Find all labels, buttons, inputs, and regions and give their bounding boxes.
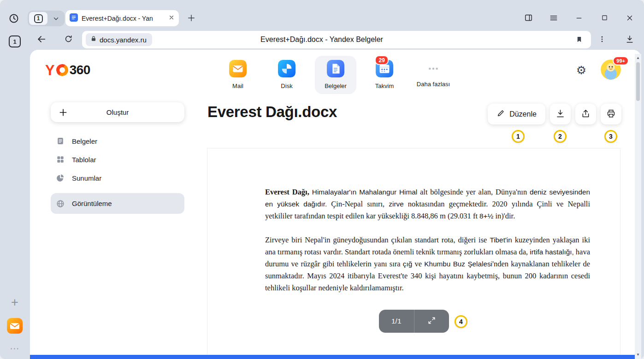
back-icon <box>36 34 47 46</box>
service-label: Mail <box>232 82 243 89</box>
close-icon <box>626 14 634 24</box>
create-label: Oluştur <box>106 108 129 116</box>
globe-icon <box>56 199 65 208</box>
print-button[interactable] <box>601 104 621 124</box>
mail-service-icon <box>229 60 247 79</box>
browser-window: 1 Everest+Dağı.docx - Yan docs.yande <box>0 0 644 359</box>
logo-y-glyph: Y <box>45 63 55 77</box>
window-controls <box>520 11 638 26</box>
reload-button[interactable] <box>61 32 76 47</box>
scrollbar[interactable]: ▲ ▼ <box>635 54 641 359</box>
close-tab-icon[interactable] <box>168 14 175 23</box>
service-calendar[interactable]: 29 Takvim <box>364 56 405 94</box>
download-button[interactable] <box>550 104 571 124</box>
panel-tab-count-badge[interactable]: 1 <box>9 35 21 47</box>
page-menu-button[interactable] <box>595 32 609 47</box>
active-tab[interactable]: Everest+Dağı.docx - Yan <box>65 10 179 26</box>
document-paragraph: Zirveye biri Nepal'in güneydoğusundan çı… <box>265 234 590 294</box>
minimize-button[interactable] <box>571 11 587 26</box>
plus-icon <box>187 13 196 24</box>
y360-logo[interactable]: Y 360 <box>45 61 90 79</box>
page-content: Y 360 Mail Disk Belgeler 29 T <box>30 50 641 359</box>
edit-label: Düzenle <box>509 110 537 118</box>
sidebar-item-presentations[interactable]: Sunumlar <box>51 169 184 187</box>
service-label: Daha fazlası <box>417 81 450 88</box>
edit-button[interactable]: Düzenle <box>488 104 545 124</box>
share-button[interactable] <box>575 104 596 124</box>
docs-service-icon <box>327 60 344 79</box>
footer-strip <box>30 355 635 359</box>
back-button[interactable] <box>34 32 49 47</box>
annotation-badge-2: 2 <box>554 130 567 143</box>
sidebar-item-viewing[interactable]: Görüntüleme <box>51 193 184 214</box>
sidebar-item-docs[interactable]: Belgeler <box>51 132 184 150</box>
kebab-menu-icon <box>598 35 606 45</box>
disk-service-icon <box>278 60 295 79</box>
close-window-button[interactable] <box>622 11 638 26</box>
panel-add-button[interactable]: + <box>8 296 21 309</box>
calendar-service-icon: 29 <box>376 60 393 79</box>
service-mail[interactable]: Mail <box>217 56 259 94</box>
new-tab-button[interactable] <box>185 12 198 25</box>
panel-more-button[interactable]: ⋯ <box>8 342 21 355</box>
scrollbar-thumb[interactable] <box>636 62 640 101</box>
maximize-button[interactable] <box>597 11 612 26</box>
downloads-button[interactable] <box>622 32 637 47</box>
history-clock-button[interactable] <box>6 12 21 26</box>
bookmark-flag-icon[interactable] <box>576 35 583 46</box>
document-paragraph: Everest Dağı, Himalayalar'ın Mahalangur … <box>265 186 590 222</box>
sidebar-item-label: Görüntüleme <box>72 200 112 207</box>
side-panel-icon <box>524 13 533 24</box>
service-label: Disk <box>281 82 292 89</box>
calendar-badge: 29 <box>375 55 389 65</box>
service-label: Belgeler <box>325 82 347 89</box>
sidebar-item-label: Sunumlar <box>72 174 101 182</box>
sidebar-item-tables[interactable]: Tablolar <box>51 150 184 169</box>
page-title: Everest+Dağı.docx - Yandex Belgeler <box>82 31 561 48</box>
print-action-icon <box>606 109 616 120</box>
fullscreen-button[interactable] <box>414 310 449 333</box>
settings-gear-icon[interactable]: ⚙ <box>573 62 590 78</box>
services-nav: Mail Disk Belgeler 29 Takvim Daha fazlas… <box>217 56 454 94</box>
reload-icon <box>64 35 73 45</box>
tab-group-counter[interactable]: 1 <box>28 11 65 26</box>
minimize-icon <box>575 14 583 24</box>
expand-icon <box>427 316 436 327</box>
menu-icon <box>549 13 558 24</box>
service-label: Takvim <box>375 82 394 89</box>
page-indicator-pill: 1/1 <box>379 310 449 333</box>
address-bar[interactable]: docs.yandex.ru Everest+Dağı.docx - Yande… <box>82 31 591 48</box>
tab-title: Everest+Dağı.docx - Yan <box>82 15 165 22</box>
chevron-down-icon[interactable] <box>47 15 65 22</box>
create-button[interactable]: Oluştur <box>51 102 184 122</box>
service-docs[interactable]: Belgeler <box>315 56 356 94</box>
plus-icon <box>59 108 68 117</box>
service-more[interactable]: Daha fazlası <box>413 56 454 94</box>
avatar[interactable]: 99+ <box>601 59 621 80</box>
annotation-badge-1: 1 <box>512 130 525 143</box>
menu-button[interactable] <box>546 11 561 26</box>
clock-icon <box>8 13 19 25</box>
tab-count-badge: 1 <box>34 14 43 23</box>
table-grid-icon <box>56 155 65 164</box>
download-icon <box>625 35 634 45</box>
logo-360-text: 360 <box>70 64 90 77</box>
maximize-icon <box>601 14 609 23</box>
tab-count-chip: 1 <box>29 12 47 25</box>
sidebar-item-label: Tablolar <box>72 156 96 164</box>
download-action-icon <box>555 109 565 120</box>
scroll-up-icon[interactable]: ▲ <box>635 56 641 60</box>
docs-favicon-icon <box>70 13 78 24</box>
page-indicator: 1/1 <box>379 310 414 333</box>
sidebar-item-label: Belgeler <box>72 137 97 145</box>
document-icon <box>56 136 65 146</box>
annotation-badge-3: 3 <box>604 130 617 143</box>
yandex-mail-icon[interactable] <box>7 318 23 334</box>
pie-chart-icon <box>56 173 65 182</box>
more-dots-icon <box>425 60 442 77</box>
scroll-down-icon[interactable]: ▼ <box>635 353 641 357</box>
notification-badge: 99+ <box>613 56 629 65</box>
side-panel-toggle[interactable] <box>520 11 536 26</box>
annotation-badge-4: 4 <box>455 315 467 328</box>
service-disk[interactable]: Disk <box>266 56 307 94</box>
